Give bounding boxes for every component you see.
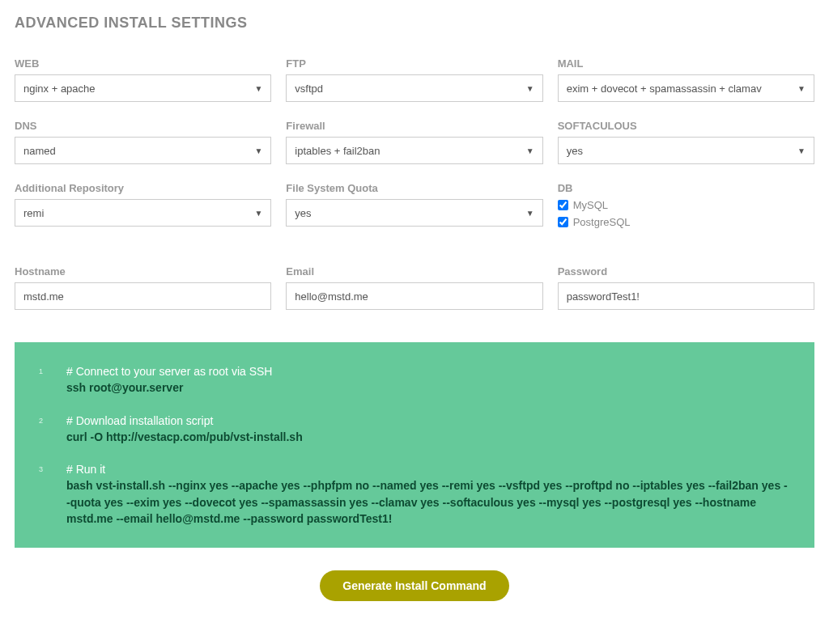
ftp-label: FTP <box>286 57 542 70</box>
step-3-cmd: bash vst-install.sh --nginx yes --apache… <box>66 477 790 527</box>
mail-field: MAIL exim + dovecot + spamassassin + cla… <box>558 57 814 102</box>
firewall-value: iptables + fail2ban <box>295 145 380 157</box>
password-field: Password <box>558 265 814 310</box>
step-1-cmd: ssh root@your.server <box>66 379 272 396</box>
dns-label: DNS <box>15 120 271 132</box>
ftp-value: vsftpd <box>295 83 323 95</box>
generate-install-command-button[interactable]: Generate Install Command <box>320 570 508 601</box>
page-title: ADVANCED INSTALL SETTINGS <box>15 15 814 32</box>
firewall-select[interactable]: iptables + fail2ban ▼ <box>286 137 542 164</box>
step-3-num: 3 <box>39 461 66 527</box>
dns-value: named <box>23 145 56 157</box>
web-field: WEB nginx + apache ▼ <box>15 57 271 102</box>
mysql-label: MySQL <box>573 199 608 211</box>
repo-value: remi <box>23 207 44 219</box>
step-1-comment: # Connect to your server as root via SSH <box>66 363 272 379</box>
email-field: Email <box>286 265 542 310</box>
caret-down-icon: ▼ <box>526 146 534 155</box>
password-input[interactable] <box>567 290 806 303</box>
email-input-wrap <box>286 282 542 310</box>
softaculous-value: yes <box>567 145 583 157</box>
caret-down-icon: ▼ <box>254 209 262 218</box>
caret-down-icon: ▼ <box>797 146 806 155</box>
db-label: DB <box>558 182 814 194</box>
quota-field: File System Quota yes ▼ <box>286 182 542 233</box>
ftp-field: FTP vsftpd ▼ <box>286 57 542 102</box>
softaculous-select[interactable]: yes ▼ <box>558 137 814 164</box>
hostname-label: Hostname <box>15 265 271 278</box>
step-1: 1 # Connect to your server as root via S… <box>39 363 790 396</box>
db-field: DB MySQL PostgreSQL <box>558 182 814 233</box>
credentials-grid: Hostname Email Password <box>15 265 814 310</box>
settings-grid: WEB nginx + apache ▼ FTP vsftpd ▼ MAIL e… <box>15 57 814 233</box>
password-input-wrap <box>558 282 814 310</box>
email-label: Email <box>286 265 542 278</box>
web-select[interactable]: nginx + apache ▼ <box>15 74 271 102</box>
email-input[interactable] <box>295 290 534 303</box>
firewall-label: Firewall <box>286 120 542 132</box>
caret-down-icon: ▼ <box>526 209 534 218</box>
caret-down-icon: ▼ <box>254 146 262 155</box>
step-2: 2 # Download installation script curl -O… <box>39 413 790 446</box>
button-row: Generate Install Command <box>15 570 814 601</box>
step-2-num: 2 <box>39 413 66 446</box>
password-label: Password <box>558 265 814 278</box>
hostname-field: Hostname <box>15 265 271 310</box>
caret-down-icon: ▼ <box>526 84 534 93</box>
web-label: WEB <box>15 57 271 70</box>
step-2-comment: # Download installation script <box>66 413 303 429</box>
mail-label: MAIL <box>558 57 814 70</box>
step-3-comment: # Run it <box>66 461 790 477</box>
hostname-input-wrap <box>15 282 271 310</box>
mail-value: exim + dovecot + spamassassin + clamav <box>567 83 762 95</box>
mail-select[interactable]: exim + dovecot + spamassassin + clamav ▼ <box>558 74 814 102</box>
instructions-panel: 1 # Connect to your server as root via S… <box>15 342 814 548</box>
softaculous-field: SOFTACULOUS yes ▼ <box>558 120 814 164</box>
pgsql-label: PostgreSQL <box>573 216 631 228</box>
caret-down-icon: ▼ <box>797 84 806 93</box>
mysql-checkbox[interactable] <box>558 200 568 210</box>
pgsql-checkbox-line: PostgreSQL <box>558 216 814 228</box>
step-3: 3 # Run it bash vst-install.sh --nginx y… <box>39 461 790 527</box>
caret-down-icon: ▼ <box>254 84 262 93</box>
mysql-checkbox-line: MySQL <box>558 199 814 211</box>
firewall-field: Firewall iptables + fail2ban ▼ <box>286 120 542 164</box>
pgsql-checkbox[interactable] <box>558 217 568 227</box>
dns-field: DNS named ▼ <box>15 120 271 164</box>
softaculous-label: SOFTACULOUS <box>558 120 814 132</box>
repo-select[interactable]: remi ▼ <box>15 199 271 227</box>
web-value: nginx + apache <box>23 83 96 95</box>
ftp-select[interactable]: vsftpd ▼ <box>286 74 542 102</box>
quota-label: File System Quota <box>286 182 542 194</box>
step-2-cmd: curl -O http://vestacp.com/pub/vst-insta… <box>66 429 303 445</box>
quota-value: yes <box>295 207 311 219</box>
hostname-input[interactable] <box>23 290 262 303</box>
dns-select[interactable]: named ▼ <box>15 137 271 164</box>
repo-label: Additional Repository <box>15 182 271 194</box>
repo-field: Additional Repository remi ▼ <box>15 182 271 233</box>
quota-select[interactable]: yes ▼ <box>286 199 542 227</box>
step-1-num: 1 <box>39 363 66 396</box>
